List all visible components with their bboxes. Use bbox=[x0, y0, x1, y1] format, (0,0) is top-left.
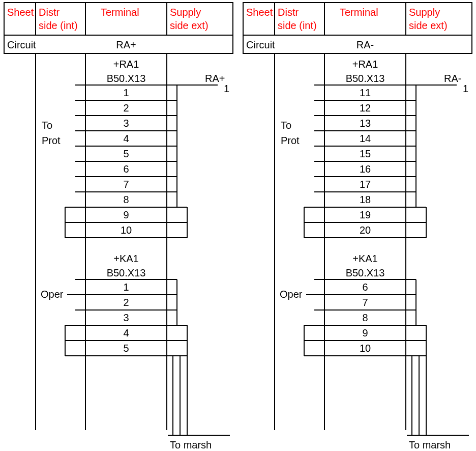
group1-title2: B50.X13 bbox=[107, 267, 146, 278]
terminal-value: 6 bbox=[362, 281, 368, 293]
terminal-value: 2 bbox=[123, 297, 129, 308]
distr-oper: Oper bbox=[41, 289, 64, 300]
terminal-value: 8 bbox=[123, 194, 129, 205]
header-distr2: side (int) bbox=[39, 20, 78, 31]
terminal-value: 10 bbox=[121, 224, 132, 236]
supply-tag: RA+ bbox=[205, 73, 225, 84]
header-supply2: side ext) bbox=[170, 20, 209, 31]
terminal-value: 19 bbox=[360, 209, 371, 220]
header-supply: Supply bbox=[409, 7, 440, 18]
supply-tag: RA- bbox=[444, 73, 461, 84]
footer-line1: To marsh bbox=[170, 439, 212, 450]
terminal-value: 11 bbox=[360, 87, 371, 98]
terminal-value: 20 bbox=[360, 224, 371, 236]
supply-num: 1 bbox=[463, 83, 468, 94]
circuit-name: RA+ bbox=[116, 39, 136, 50]
header-distr2: side (int) bbox=[278, 20, 317, 31]
terminal-value: 16 bbox=[360, 163, 371, 175]
group1-title2: B50.X13 bbox=[346, 267, 385, 278]
group1-title1: +KA1 bbox=[113, 253, 138, 264]
group0-title2: B50.X13 bbox=[107, 73, 146, 84]
header-distr: Distr bbox=[39, 7, 60, 18]
header-distr: Distr bbox=[278, 7, 299, 18]
header-terminal: Terminal bbox=[101, 7, 139, 18]
group0-title1: +RA1 bbox=[352, 59, 378, 70]
terminal-value: 18 bbox=[360, 194, 371, 205]
distr-oper: Oper bbox=[280, 289, 303, 300]
group0-title1: +RA1 bbox=[113, 59, 139, 70]
circuit-label: Circuit bbox=[7, 39, 36, 50]
distr-prot: Prot bbox=[281, 135, 300, 146]
terminal-value: 6 bbox=[123, 163, 129, 175]
terminal-value: 5 bbox=[123, 148, 129, 159]
terminal-value: 8 bbox=[362, 312, 368, 323]
terminal-value: 7 bbox=[123, 179, 129, 190]
terminal-value: 9 bbox=[123, 209, 129, 220]
group1-title1: +KA1 bbox=[352, 253, 377, 264]
distr-to: To bbox=[281, 120, 291, 131]
header-supply2: side ext) bbox=[409, 20, 448, 31]
circuit-label: Circuit bbox=[246, 39, 275, 50]
terminal-value: 17 bbox=[360, 179, 371, 190]
header-sheet: Sheet bbox=[7, 7, 34, 18]
terminal-value: 3 bbox=[123, 118, 129, 129]
terminal-value: 4 bbox=[123, 133, 129, 144]
terminal-value: 10 bbox=[360, 343, 371, 354]
group0-title2: B50.X13 bbox=[346, 73, 385, 84]
footer-line1: To marsh bbox=[409, 439, 451, 450]
distr-to: To bbox=[42, 120, 52, 131]
terminal-value: 5 bbox=[123, 343, 129, 354]
supply-num: 1 bbox=[224, 83, 229, 94]
header-supply: Supply bbox=[170, 7, 201, 18]
distr-prot: Prot bbox=[42, 135, 61, 146]
header-terminal: Terminal bbox=[340, 7, 378, 18]
terminal-value: 2 bbox=[123, 102, 129, 114]
terminal-value: 9 bbox=[362, 327, 368, 339]
terminal-value: 15 bbox=[360, 148, 371, 159]
terminal-value: 7 bbox=[362, 297, 368, 308]
terminal-value: 1 bbox=[123, 87, 129, 98]
header-sheet: Sheet bbox=[246, 7, 273, 18]
circuit-name: RA- bbox=[356, 39, 374, 50]
terminal-value: 4 bbox=[123, 327, 129, 339]
terminal-value: 1 bbox=[123, 281, 129, 293]
terminal-value: 12 bbox=[360, 102, 371, 114]
terminal-value: 3 bbox=[123, 312, 129, 323]
terminal-value: 13 bbox=[360, 118, 371, 129]
terminal-value: 14 bbox=[360, 133, 371, 144]
